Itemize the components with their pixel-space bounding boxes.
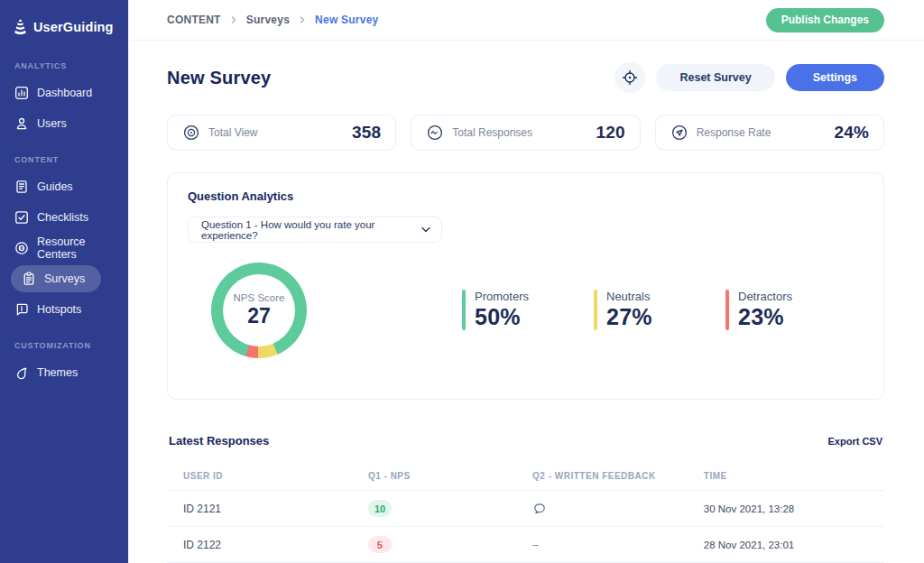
- publish-changes-button[interactable]: Publish Changes: [766, 8, 884, 32]
- question-analytics-title: Question Analytics: [188, 189, 864, 203]
- sidebar-item-label: Themes: [37, 366, 78, 379]
- app-window: UserGuiding ANALYTICS Dashboard Users CO…: [0, 0, 924, 563]
- breakdown-promoters: Promoters 50%: [462, 290, 538, 330]
- question-selector-value: Question 1 - How would you rate your exp…: [201, 219, 421, 241]
- cell-time: 30 Nov 2021, 13:28: [704, 503, 868, 514]
- surveys-icon: [22, 272, 36, 286]
- nps-score-label: NPS Score: [234, 292, 285, 303]
- hotspots-icon: [14, 302, 29, 317]
- sidebar-item-resource-centers[interactable]: Resource Centers: [0, 233, 128, 263]
- dashboard-icon: [14, 86, 29, 100]
- breakdown-value: 23%: [738, 304, 792, 330]
- stat-value: 120: [596, 123, 624, 143]
- sidebar: UserGuiding ANALYTICS Dashboard Users CO…: [0, 0, 128, 563]
- nps-score-badge: 10: [368, 500, 392, 517]
- neutrals-color-bar: [594, 290, 597, 330]
- breakdown-label: Promoters: [475, 290, 529, 303]
- stat-card-response-rate: Response Rate 24%: [655, 115, 884, 151]
- themes-icon: [14, 365, 29, 380]
- sidebar-item-checklists[interactable]: Checklists: [0, 202, 128, 233]
- chevron-right-icon: [299, 16, 306, 23]
- pulse-icon: [426, 124, 444, 142]
- stat-label: Total View: [208, 126, 352, 139]
- sidebar-section-content: CONTENT: [0, 155, 128, 164]
- sidebar-item-label: Guides: [37, 180, 73, 193]
- sidebar-section-customization: CUSTOMIZATION: [0, 341, 128, 350]
- sidebar-item-surveys[interactable]: Surveys: [11, 265, 101, 292]
- nps-donut-center: NPS Score 27: [211, 263, 307, 358]
- breadcrumb-current: New Survey: [315, 14, 378, 26]
- userguiding-lighthouse-icon: [13, 18, 28, 36]
- crosshair-icon: [622, 69, 638, 86]
- latest-responses-section: Latest Responses Export CSV USER ID Q1 -…: [167, 434, 884, 563]
- title-row: New Survey Reset Survey Settings: [167, 62, 884, 93]
- page-body: New Survey Reset Survey Settings: [129, 41, 924, 563]
- sidebar-item-themes[interactable]: Themes: [0, 357, 128, 388]
- promoters-color-bar: [462, 290, 466, 330]
- stats-row: Total View 358 Total Responses 120: [167, 115, 884, 151]
- column-header-q2-feedback: Q2 - WRITTEN FEEDBACK: [532, 471, 704, 481]
- breakdown-label: Neutrals: [606, 290, 652, 303]
- breakdown-value: 27%: [606, 304, 652, 330]
- table-row[interactable]: ID 2122 5 – 28 Nov 2021, 23:01: [167, 527, 884, 563]
- latest-responses-title: Latest Responses: [169, 434, 269, 448]
- column-header-user-id: USER ID: [183, 471, 368, 481]
- sidebar-item-guides[interactable]: Guides: [0, 171, 128, 202]
- cell-user-id: ID 2121: [183, 503, 368, 515]
- breakdown-value: 50%: [475, 304, 529, 330]
- breadcrumb-parent[interactable]: Surveys: [246, 14, 290, 26]
- sidebar-item-label: Users: [37, 117, 67, 130]
- column-header-q1-nps: Q1 - NPS: [368, 471, 532, 481]
- title-actions: Reset Survey Settings: [614, 62, 884, 93]
- nps-score-value: 27: [247, 304, 271, 328]
- nps-donut-chart: NPS Score 27: [211, 263, 307, 358]
- question-analytics-card: Question Analytics Question 1 - How woul…: [167, 172, 884, 400]
- export-csv-button[interactable]: Export CSV: [827, 436, 882, 447]
- stat-label: Response Rate: [697, 126, 835, 139]
- guides-icon: [14, 180, 29, 194]
- preview-target-button[interactable]: [614, 62, 645, 93]
- stat-value: 24%: [834, 123, 869, 143]
- send-icon: [670, 124, 688, 142]
- chevron-right-icon: [230, 16, 237, 23]
- topbar: CONTENT Surveys New Survey Publish Chang…: [129, 0, 924, 41]
- sidebar-item-label: Surveys: [44, 272, 85, 285]
- cell-user-id: ID 2122: [183, 539, 368, 551]
- sidebar-item-dashboard[interactable]: Dashboard: [0, 78, 128, 108]
- sidebar-item-label: Dashboard: [37, 87, 92, 99]
- sidebar-item-label: Hotspots: [37, 303, 81, 316]
- resource-centers-icon: [14, 241, 29, 255]
- responses-table: USER ID Q1 - NPS Q2 - WRITTEN FEEDBACK T…: [167, 462, 884, 563]
- sidebar-item-users[interactable]: Users: [0, 108, 128, 139]
- sidebar-item-hotspots[interactable]: Hotspots: [0, 294, 128, 325]
- breadcrumb-section[interactable]: CONTENT: [167, 14, 221, 26]
- users-icon: [14, 116, 29, 131]
- nps-breakdown: Promoters 50% Neutrals 27%: [462, 290, 801, 358]
- breakdown-detractors: Detractors 23%: [725, 290, 801, 330]
- breakdown-neutrals: Neutrals 27%: [594, 290, 670, 330]
- eye-icon: [182, 124, 200, 142]
- table-row[interactable]: ID 2121 10 30 Nov 2021, 13:28: [167, 491, 884, 527]
- chat-bubble-icon: [532, 502, 704, 516]
- table-header-row: USER ID Q1 - NPS Q2 - WRITTEN FEEDBACK T…: [167, 462, 884, 491]
- stat-card-total-view: Total View 358: [167, 115, 396, 151]
- reset-survey-button[interactable]: Reset Survey: [656, 64, 774, 91]
- sidebar-section-analytics: ANALYTICS: [0, 61, 128, 70]
- brand-name: UserGuiding: [33, 20, 114, 34]
- question-selector-dropdown[interactable]: Question 1 - How would you rate your exp…: [188, 217, 442, 243]
- stat-value: 358: [352, 123, 381, 143]
- sidebar-item-label: Checklists: [37, 211, 88, 224]
- chevron-down-icon: [421, 226, 430, 233]
- page-title: New Survey: [167, 68, 271, 88]
- checklists-icon: [14, 210, 29, 225]
- detractors-color-bar: [725, 290, 729, 330]
- stat-card-total-responses: Total Responses 120: [411, 115, 640, 151]
- breadcrumb: CONTENT Surveys New Survey: [167, 14, 379, 26]
- sidebar-item-label: Resource Centers: [37, 235, 119, 261]
- cell-time: 28 Nov 2021, 23:01: [704, 540, 868, 550]
- stat-label: Total Responses: [452, 126, 596, 139]
- cell-feedback-empty: –: [532, 539, 704, 551]
- settings-button[interactable]: Settings: [786, 64, 884, 91]
- nps-score-badge: 5: [368, 536, 392, 553]
- nps-chart-row: NPS Score 27 Promoters 50%: [188, 263, 864, 358]
